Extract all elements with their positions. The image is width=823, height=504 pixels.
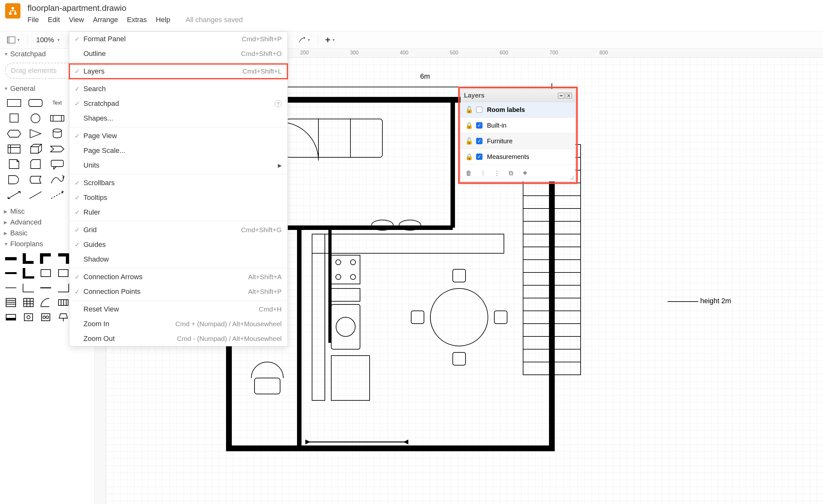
fp-wall-corner-3[interactable] [57, 253, 70, 264]
view-menu-item[interactable]: OutlineCmd+Shift+O [69, 46, 288, 61]
shape-internal-storage[interactable] [6, 143, 22, 155]
add-layer-icon[interactable]: + [521, 169, 528, 177]
view-menu-item[interactable]: Zoom OutCmd - (Numpad) / Alt+Mousewheel [69, 331, 288, 346]
shape-dashed[interactable] [49, 189, 65, 201]
close-icon[interactable]: ✕ [565, 93, 572, 99]
fp-grid-2[interactable] [57, 297, 70, 308]
fp-shape-3[interactable] [22, 312, 35, 323]
view-menu-item[interactable]: ✓Connection ArrowsAlt+Shift+A [69, 270, 288, 284]
view-menu-item[interactable]: Shapes... [69, 111, 288, 126]
fp-door[interactable] [39, 297, 52, 308]
fp-wall-corner-2[interactable] [39, 253, 52, 264]
view-menu-item[interactable]: Zoom InCmd + (Numpad) / Alt+Mousewheel [69, 317, 288, 331]
view-menu-item[interactable]: ✓GridCmd+Shift+G [69, 222, 288, 237]
layer-menu-icon[interactable]: ⋮ [493, 169, 500, 177]
fp-lamp[interactable] [57, 312, 70, 323]
shape-triangle[interactable] [27, 127, 44, 140]
view-menu-item[interactable]: ✓Scratchpad? [69, 96, 288, 111]
delete-layer-icon[interactable]: 🗑 [465, 169, 472, 177]
menu-help[interactable]: Help [156, 16, 170, 24]
shape-callout[interactable] [49, 158, 65, 171]
shape-bidir-arrow[interactable] [6, 189, 22, 201]
unlock-icon[interactable]: 🔓 [465, 106, 472, 114]
move-layer-icon[interactable]: ⇪ [479, 169, 486, 177]
lock-icon[interactable]: 🔒 [465, 153, 472, 161]
check-icon: ✓ [74, 241, 84, 248]
layers-panel[interactable]: Layers ━ ✕ 🔓Room labels🔒✓Built-in🔓✓Furni… [460, 89, 575, 182]
menu-view[interactable]: View [69, 16, 84, 24]
fp-angle-1[interactable] [22, 282, 35, 294]
shape-hexagon[interactable] [6, 127, 22, 140]
shape-step[interactable] [49, 143, 65, 155]
shape-rounded-rectangle[interactable] [27, 97, 44, 109]
view-menu-item[interactable]: ✓Connection PointsAlt+Shift+P [69, 284, 288, 299]
layer-visibility-checkbox[interactable]: ✓ [476, 138, 483, 144]
shape-cube[interactable] [27, 143, 44, 155]
fp-wall-corner-4[interactable] [22, 267, 35, 279]
view-menu-item[interactable]: ✓Page View [69, 129, 288, 143]
layer-visibility-checkbox[interactable]: ✓ [476, 154, 483, 160]
resize-handle-icon[interactable] [569, 176, 574, 181]
shape-text[interactable]: Text [49, 97, 65, 109]
fp-angle-2[interactable] [57, 282, 70, 294]
fp-stairs[interactable] [4, 297, 17, 308]
fp-line-2[interactable] [39, 282, 52, 294]
view-menu-item[interactable]: Units▶ [69, 158, 288, 173]
layer-row[interactable]: 🔒✓Measurements [461, 149, 575, 165]
shape-and[interactable] [6, 173, 22, 186]
menu-extras[interactable]: Extras [127, 16, 147, 24]
shape-process[interactable] [49, 112, 65, 125]
shape-cylinder[interactable] [49, 127, 65, 140]
fp-shape-2[interactable] [4, 312, 17, 323]
fp-wall-thin[interactable] [4, 267, 17, 279]
layer-row[interactable]: 🔒✓Built-in [461, 118, 575, 133]
view-menu-item[interactable]: ✓Search [69, 81, 288, 96]
document-title[interactable]: floorplan-apartment.drawio [27, 3, 243, 13]
view-mode-button[interactable]: ▼ [5, 35, 22, 45]
caret-down-icon: ▼ [307, 38, 311, 42]
view-menu-item[interactable]: ✓Ruler [69, 205, 288, 220]
view-menu-item[interactable]: ✓LayersCmd+Shift+L [69, 64, 288, 79]
shape-line[interactable] [27, 189, 44, 201]
duplicate-layer-icon[interactable]: ⧉ [507, 169, 514, 177]
fp-line-1[interactable] [4, 282, 17, 294]
view-menu-item[interactable]: ✓Scrollbars [69, 176, 288, 190]
shortcut-label: Cmd+Shift+O [241, 50, 282, 57]
shape-note[interactable] [6, 158, 22, 171]
shape-rectangle[interactable] [6, 97, 22, 109]
fp-rect-1[interactable] [39, 267, 52, 279]
layer-row[interactable]: 🔓Room labels [461, 102, 575, 118]
layer-row[interactable]: 🔓✓Furniture [461, 133, 575, 149]
fp-wall-corner-1[interactable] [22, 253, 35, 264]
layer-visibility-checkbox[interactable] [476, 107, 483, 113]
menu-edit[interactable]: Edit [48, 16, 60, 24]
waypoint-button[interactable]: ▼ [297, 35, 313, 45]
shape-square[interactable] [6, 112, 22, 125]
menu-arrange[interactable]: Arrange [93, 16, 118, 24]
view-menu-item[interactable]: ✓Format PanelCmd+Shift+P [69, 32, 288, 46]
shape-card[interactable] [27, 158, 44, 171]
menu-file[interactable]: File [27, 16, 39, 24]
fp-rect-2[interactable] [57, 267, 70, 279]
app-logo[interactable] [5, 3, 20, 19]
zoom-selector[interactable]: 100% ▼ [33, 34, 62, 45]
shape-data-storage[interactable] [27, 173, 44, 186]
fp-wall-1[interactable] [4, 253, 17, 264]
view-menu-item[interactable]: Reset ViewCmd+H [69, 302, 288, 317]
fp-grid-1[interactable] [22, 297, 35, 308]
shape-circle[interactable] [27, 112, 44, 125]
view-menu-item[interactable]: Page Scale... [69, 143, 288, 158]
view-menu-item[interactable]: ✓Tooltips [69, 190, 288, 205]
unlock-icon[interactable]: 🔓 [465, 137, 472, 145]
layer-visibility-checkbox[interactable]: ✓ [476, 122, 483, 129]
fp-shape-4[interactable] [39, 312, 52, 323]
help-icon[interactable]: ? [275, 100, 282, 107]
insert-button[interactable]: + ▼ [323, 34, 337, 46]
minimize-icon[interactable]: ━ [558, 93, 564, 99]
layers-panel-titlebar[interactable]: Layers ━ ✕ [461, 89, 575, 102]
shape-curve[interactable] [49, 173, 65, 186]
view-menu-item[interactable]: ✓Guides [69, 237, 288, 252]
lock-icon[interactable]: 🔒 [465, 122, 472, 129]
view-menu-item[interactable]: Shadow [69, 252, 288, 267]
check-icon: ✓ [74, 179, 84, 187]
